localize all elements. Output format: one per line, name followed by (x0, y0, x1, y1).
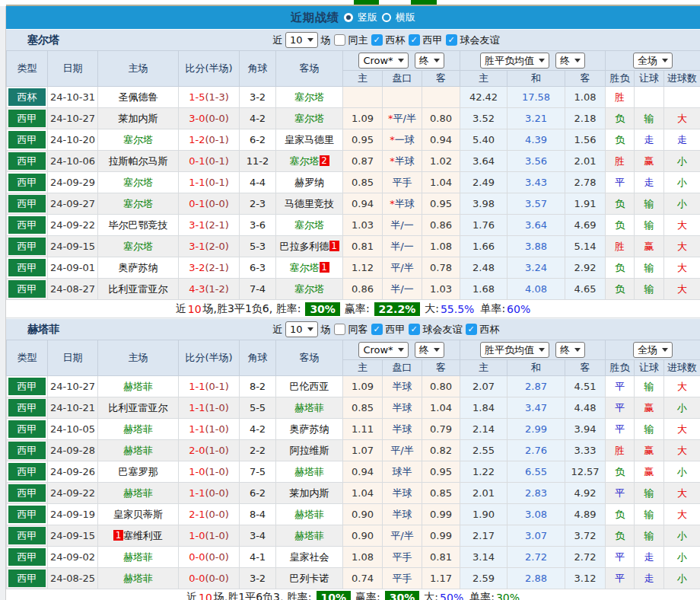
avg-draw-odds: 3.08 (508, 504, 565, 525)
odds-time-select[interactable]: 终 (415, 53, 444, 69)
away-team-cell: 皇家社会 (276, 547, 343, 568)
avg-draw-odds: 4.08 (508, 279, 565, 300)
score-cell: 1-1(1-0) (179, 397, 240, 419)
avg-home-odds: 3.98 (460, 193, 508, 215)
avg-home-odds: 2.01 (460, 483, 508, 504)
match-date: 24-10-06 (48, 151, 98, 172)
handicap-line: 平手 (393, 573, 412, 584)
result-outcome: 平 (606, 376, 635, 397)
avg-time-select[interactable]: 终 (555, 342, 585, 358)
league-checkbox[interactable] (371, 324, 383, 335)
match-row: 西甲 24-10-06 拉斯帕尔马斯 0-1(0-1) 11-2 塞尔塔2 0.… (7, 151, 700, 172)
recent-count-select[interactable]: 10 (285, 32, 318, 48)
league-checkbox[interactable] (409, 34, 420, 46)
league-checkbox[interactable] (371, 34, 383, 46)
score-cell: 0-1(0-0) (179, 193, 240, 215)
avg-away-odds: 4.69 (565, 215, 606, 236)
avg-source-select[interactable]: 胜平负均值 (480, 342, 549, 358)
result-handicap: 走 (635, 547, 664, 568)
away-team-cell: 皇家马德里 (276, 129, 343, 151)
home-team-cell: 莱加内斯 (98, 108, 179, 129)
same-venue-label[interactable]: 同客 (348, 323, 368, 337)
result-goals: 大 (664, 236, 700, 257)
avg-source-select[interactable]: 胜平负均值 (480, 53, 549, 69)
radio-vertical-icon[interactable] (344, 13, 353, 22)
odds-source-select[interactable]: Crow* (358, 53, 408, 69)
half-time-score: (0-0) (205, 573, 228, 584)
match-date: 24-09-22 (48, 483, 98, 504)
home-team: 奥萨苏纳 (119, 262, 158, 273)
league-checkbox-label[interactable]: 西甲 (386, 323, 406, 337)
avg-time-select[interactable]: 终 (555, 53, 585, 69)
away-team: 塞尔塔 (294, 113, 324, 124)
result-handicap: 输 (635, 525, 664, 547)
summary-count: 10 (188, 303, 202, 315)
league-checkbox-label[interactable]: 西甲 (423, 34, 443, 47)
scope-select[interactable]: 全场 (633, 342, 673, 358)
result-handicap: 走 (635, 129, 664, 151)
same-venue-label[interactable]: 同主 (348, 34, 368, 47)
col-home: 主场 (98, 340, 179, 376)
half-time-score: (0-1) (205, 177, 228, 188)
single-label: 单率: (480, 302, 505, 316)
col-away: 客场 (276, 51, 343, 87)
radio-horizontal-icon[interactable] (382, 13, 391, 22)
league-checkbox[interactable] (446, 34, 457, 46)
odds-away-value: 1.04 (422, 397, 460, 419)
score-cell: 1-0(1-0) (179, 525, 240, 547)
same-venue-checkbox[interactable] (334, 34, 345, 46)
home-team-cell: 巴塞罗那 (98, 461, 179, 483)
odds-time-select[interactable]: 终 (415, 342, 444, 358)
away-team: 皇家社会 (290, 551, 329, 563)
avg-draw-odds: 3.24 (508, 257, 565, 279)
radio-horizontal-label[interactable]: 横版 (396, 11, 415, 24)
scope-select[interactable]: 全场 (633, 53, 673, 69)
col-odds-home: 主 (343, 360, 383, 376)
league-checkbox[interactable] (466, 324, 477, 335)
corner-count: 6-2 (240, 483, 276, 504)
handicap-line-cell: 半球 (383, 483, 422, 504)
result-outcome: 平 (606, 547, 635, 568)
league-checkbox-label[interactable]: 球会友谊 (423, 323, 463, 337)
result-outcome: 平 (606, 419, 635, 440)
avg-draw-odds: 17.58 (508, 87, 565, 108)
odds-source-select[interactable]: Crow* (358, 342, 408, 358)
chevron-down-icon (307, 38, 313, 42)
recent-count-select[interactable]: 10 (285, 321, 318, 337)
result-goals: 大 (664, 419, 700, 440)
handicap-line: 平手 (393, 177, 412, 188)
chevron-down-icon (539, 59, 545, 62)
avg-draw-odds: 3.07 (508, 525, 565, 547)
team-section: 赫塔菲 近10场同客西甲球会友谊西杯 类型 日期 主场 比分(半场) 角球 客场… (6, 318, 700, 600)
col-res-handicap: 让球 (635, 71, 664, 87)
result-outcome: 负 (606, 257, 635, 279)
team-section: 塞尔塔 近10场同主西杯西甲球会友谊 类型 日期 主场 比分(半场) 角球 客场… (6, 29, 700, 318)
league-checkbox-label[interactable]: 西杯 (386, 34, 406, 47)
avg-home-odds: 5.40 (460, 129, 508, 151)
score-cell: 3-2(2-1) (179, 257, 240, 279)
full-time-score: 1-1 (189, 381, 205, 392)
odds-away-value: 1.17 (422, 568, 460, 589)
odds-away-value: 1.02 (422, 151, 460, 172)
away-team-cell: 赫塔菲 (276, 525, 343, 547)
handicap-line: 半球 (393, 487, 412, 499)
match-row: 西甲 24-09-26 巴塞罗那 1-0(1-0) 7-5 赫塔菲 0.94 球… (7, 461, 700, 483)
league-checkbox-label[interactable]: 球会友谊 (460, 34, 500, 47)
summary-near: 近 (176, 302, 186, 316)
odds-home-value: 1.09 (343, 108, 383, 129)
table-header-group-row: 类型 日期 主场 比分(半场) 角球 客场 Crow*终 胜平负均值终 全场 (7, 51, 700, 71)
chevron-down-icon (398, 348, 404, 352)
league-badge: 西甲 (8, 259, 46, 276)
match-row: 西甲 24-09-19 皇家贝蒂斯 2-1(0-0) 8-4 赫塔菲 0.90 … (7, 504, 700, 525)
match-row: 西甲 24-09-22 赫塔菲 1-1(0-0) 6-2 莱加内斯 1.04 半… (7, 483, 700, 504)
avg-away-odds: 3.12 (565, 568, 606, 589)
league-checkbox-label[interactable]: 西杯 (480, 323, 500, 337)
same-venue-checkbox[interactable] (334, 324, 345, 335)
avg-draw-odds: 3.56 (508, 151, 565, 172)
home-team-cell: 塞尔塔 (98, 129, 179, 151)
handicap-line-cell: 平/半 (383, 440, 422, 461)
odds-home-value: 0.90 (343, 504, 383, 525)
radio-vertical-label[interactable]: 竖版 (358, 11, 377, 24)
result-outcome: 负 (606, 461, 635, 483)
league-checkbox[interactable] (409, 324, 420, 335)
